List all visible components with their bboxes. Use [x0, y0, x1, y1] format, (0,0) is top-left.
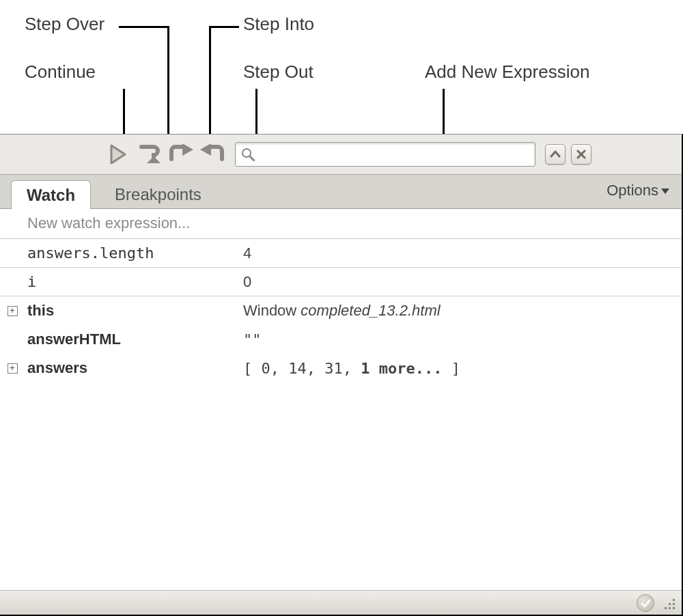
expand-panel-button[interactable]	[545, 144, 566, 165]
watch-body: New watch expression... answers.length 4…	[0, 209, 682, 591]
step-over-icon	[137, 143, 162, 166]
close-panel-button[interactable]	[571, 144, 591, 165]
tab-strip: Watch Breakpoints Options	[0, 175, 682, 209]
watch-row: i 0	[0, 268, 682, 296]
watch-row: answers.length 4	[0, 239, 682, 268]
callout-line	[123, 89, 125, 135]
watch-value: 4	[243, 244, 251, 262]
chevron-up-icon	[550, 150, 561, 159]
annotation-continue: Continue	[25, 61, 96, 83]
watch-name[interactable]: this	[25, 302, 229, 320]
svg-marker-0	[111, 145, 125, 163]
resize-grip[interactable]	[661, 596, 676, 611]
annotation-step-over: Step Over	[25, 14, 104, 35]
watch-name[interactable]: answers.length	[25, 244, 229, 262]
close-icon	[576, 150, 586, 159]
watch-value: 0	[243, 273, 251, 290]
svg-marker-3	[182, 144, 193, 156]
continue-button[interactable]	[102, 141, 134, 168]
watch-name[interactable]: answers	[25, 359, 229, 377]
callout-line	[209, 26, 211, 135]
step-out-icon	[199, 144, 226, 165]
search-icon	[241, 148, 255, 161]
watch-value-prefix: Window	[243, 302, 301, 319]
watch-row: + this Window completed_13.2.html	[0, 296, 682, 325]
watch-value-file: completed_13.2.html	[301, 302, 440, 319]
callout-line	[255, 89, 257, 135]
debugger-panel: Watch Breakpoints Options New watch expr…	[0, 134, 683, 616]
watch-name[interactable]: i	[25, 273, 229, 290]
tab-breakpoints[interactable]: Breakpoints	[99, 180, 217, 208]
tab-watch[interactable]: Watch	[11, 180, 91, 209]
status-bar	[0, 590, 682, 615]
expand-toggle[interactable]: +	[8, 363, 18, 374]
new-watch-expression-input[interactable]: New watch expression...	[0, 209, 682, 239]
watch-name[interactable]: answerHTML	[25, 331, 229, 348]
search-input[interactable]	[259, 147, 529, 163]
status-indicator[interactable]	[637, 594, 654, 612]
svg-line-6	[250, 156, 254, 160]
svg-marker-4	[200, 144, 211, 156]
chevron-down-icon	[661, 188, 669, 194]
callout-line	[209, 26, 239, 28]
step-out-button[interactable]	[197, 141, 228, 168]
options-label: Options	[607, 182, 658, 199]
step-into-button[interactable]	[165, 141, 197, 168]
step-into-icon	[167, 144, 195, 165]
play-icon	[109, 144, 128, 165]
watch-value-array-more[interactable]: 1 more...	[361, 360, 442, 377]
watch-value-array-prefix: [ 0, 14, 31,	[243, 360, 361, 377]
annotation-step-out: Step Out	[243, 61, 313, 83]
search-box[interactable]	[235, 142, 535, 167]
callout-line	[119, 26, 169, 28]
watch-value-array-suffix: ]	[442, 360, 460, 377]
annotation-step-into: Step Into	[243, 14, 314, 35]
check-icon	[641, 598, 650, 608]
watch-row: answerHTML ""	[0, 325, 682, 354]
step-over-button[interactable]	[134, 141, 165, 168]
annotation-add-new-expression: Add New Expression	[425, 61, 589, 83]
watch-row: + answers [ 0, 14, 31, 1 more... ]	[0, 354, 682, 382]
debug-toolbar	[0, 135, 682, 175]
options-menu[interactable]: Options	[607, 182, 669, 199]
callout-line	[167, 26, 169, 135]
watch-value: ""	[243, 331, 262, 348]
expand-toggle[interactable]: +	[8, 306, 18, 316]
svg-marker-1	[147, 156, 161, 163]
